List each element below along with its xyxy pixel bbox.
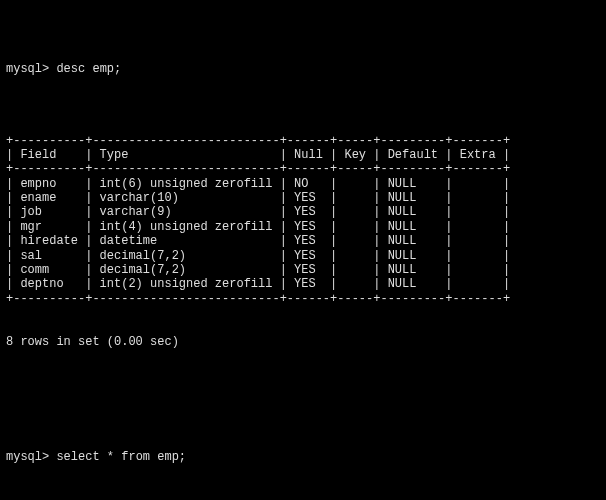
prompt: mysql>: [6, 62, 49, 76]
table-row: | job | varchar(9) | YES | | NULL | |: [6, 205, 600, 219]
table-header-row: | Field | Type | Null | Key | Default | …: [6, 148, 600, 162]
table-row: | sal | decimal(7,2) | YES | | NULL | |: [6, 249, 600, 263]
table-row: | empno | int(6) unsigned zerofill | NO …: [6, 177, 600, 191]
prompt: mysql>: [6, 450, 49, 464]
table-separator: +----------+--------------------------+-…: [6, 292, 600, 306]
table-row: | deptno | int(2) unsigned zerofill | YE…: [6, 277, 600, 291]
table-row: | hiredate | datetime | YES | | NULL | |: [6, 234, 600, 248]
desc-table: +----------+--------------------------+-…: [6, 134, 600, 307]
prompt-line: mysql> desc emp;: [6, 62, 600, 76]
prompt-line: mysql> select * from emp;: [6, 450, 600, 464]
command-select: select * from emp;: [56, 450, 186, 464]
terminal[interactable]: mysql> desc emp; +----------+-----------…: [0, 0, 606, 500]
table-row: | comm | decimal(7,2) | YES | | NULL | |: [6, 263, 600, 277]
table-row: | ename | varchar(10) | YES | | NULL | |: [6, 191, 600, 205]
table-separator: +----------+--------------------------+-…: [6, 162, 600, 176]
table-separator: +----------+--------------------------+-…: [6, 134, 600, 148]
desc-footer: 8 rows in set (0.00 sec): [6, 335, 600, 349]
blank-line: [6, 378, 600, 392]
table-row: | mgr | int(4) unsigned zerofill | YES |…: [6, 220, 600, 234]
command-desc: desc emp;: [56, 62, 121, 76]
